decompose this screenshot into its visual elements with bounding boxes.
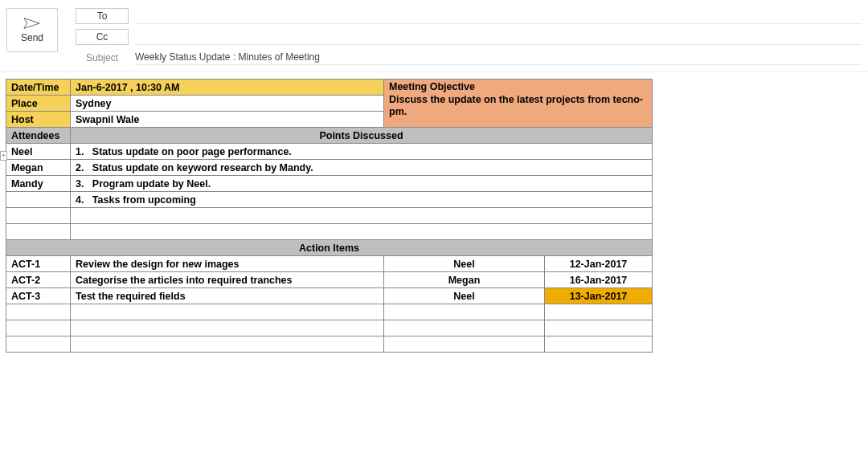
objective-label: Meeting Objective: [389, 81, 475, 92]
point-cell: 1. Status update on poor page performanc…: [71, 144, 653, 160]
datetime-value-cell: Jan-6-2017 , 10:30 AM: [71, 80, 384, 96]
empty-cell: [384, 336, 545, 353]
empty-cell: [545, 304, 653, 320]
empty-cell: [384, 304, 545, 320]
header-fields: To Cc Subject: [76, 8, 862, 65]
empty-cell: [6, 304, 71, 320]
document-body[interactable]: Date/Time Jan-6-2017 , 10:30 AM Meeting …: [0, 79, 868, 353]
action-due-cell: 16-Jan-2017: [545, 272, 653, 288]
action-owner-cell: Megan: [384, 272, 545, 288]
empty-cell: [71, 224, 653, 240]
empty-cell: [71, 336, 384, 353]
empty-cell: [6, 320, 71, 336]
table-handle-icon[interactable]: +: [0, 151, 7, 161]
host-label-cell: Host: [6, 112, 71, 128]
empty-cell: [384, 320, 545, 336]
subject-label: Subject: [76, 52, 129, 63]
action-due-cell: 12-Jan-2017: [545, 256, 653, 272]
datetime-label-cell: Date/Time: [6, 80, 71, 96]
point-cell: 2. Status update on keyword research by …: [71, 160, 653, 176]
point-cell: 4. Tasks from upcoming: [71, 192, 653, 208]
empty-cell: [6, 336, 71, 353]
action-desc-cell: Categorise the articles into required tr…: [71, 272, 384, 288]
action-id-cell: ACT-3: [6, 288, 71, 304]
minutes-table: Date/Time Jan-6-2017 , 10:30 AM Meeting …: [6, 79, 653, 353]
send-icon: [23, 17, 41, 30]
empty-cell: [71, 304, 384, 320]
place-label-cell: Place: [6, 96, 71, 112]
points-discussed-header: Points Discussed: [71, 128, 653, 144]
objective-cell: Meeting Objective Discuss the update on …: [384, 80, 653, 128]
cc-button[interactable]: Cc: [76, 29, 129, 45]
empty-cell: [545, 320, 653, 336]
to-input[interactable]: [135, 10, 862, 22]
empty-cell: [545, 336, 653, 353]
subject-input[interactable]: [135, 51, 862, 63]
attendee-cell: Megan: [6, 160, 71, 176]
action-desc-cell: Review the design for new images: [71, 256, 384, 272]
empty-cell: [6, 224, 71, 240]
action-owner-cell: Neel: [384, 256, 545, 272]
action-id-cell: ACT-2: [6, 272, 71, 288]
attendee-cell: Neel: [6, 144, 71, 160]
send-button[interactable]: Send: [6, 8, 58, 52]
empty-cell: [6, 208, 71, 224]
objective-text: Discuss the update on the latest project…: [389, 94, 643, 118]
host-value-cell: Swapnil Wale: [71, 112, 384, 128]
attendee-cell: [6, 192, 71, 208]
action-id-cell: ACT-1: [6, 256, 71, 272]
to-button[interactable]: To: [76, 8, 129, 24]
empty-cell: [71, 320, 384, 336]
action-owner-cell: Neel: [384, 288, 545, 304]
attendee-cell: Mandy: [6, 176, 71, 192]
cc-input[interactable]: [135, 31, 862, 43]
action-desc-cell: Test the required fields: [71, 288, 384, 304]
action-items-header: Action Items: [6, 240, 653, 256]
attendees-header: Attendees: [6, 128, 71, 144]
send-label: Send: [21, 32, 43, 43]
action-due-cell-highlight: 13-Jan-2017: [545, 288, 653, 304]
empty-cell: [71, 208, 653, 224]
point-cell: 3. Program update by Neel.: [71, 176, 653, 192]
place-value-cell: Sydney: [71, 96, 384, 112]
compose-header: Send To Cc Subject: [0, 0, 868, 72]
